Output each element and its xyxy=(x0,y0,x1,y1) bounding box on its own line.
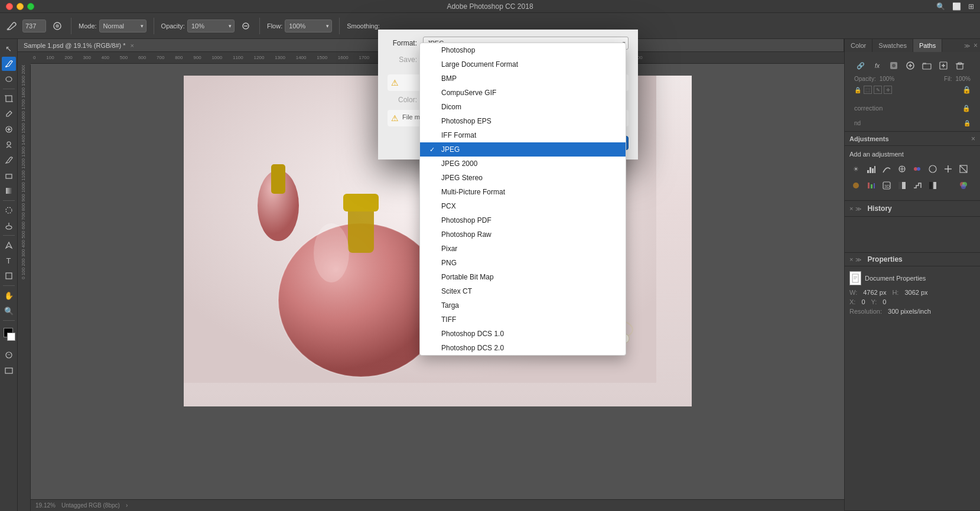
quick-mask-icon[interactable] xyxy=(2,348,16,362)
format-option-gif[interactable]: CompuServe GIF xyxy=(420,86,626,100)
format-option-pbm[interactable]: Portable Bit Map xyxy=(420,270,626,284)
background-color[interactable] xyxy=(7,333,15,341)
brush-size-input[interactable]: 737 xyxy=(22,19,46,32)
window-icon[interactable]: ⬜ xyxy=(952,2,961,11)
screen-mode-icon[interactable] xyxy=(2,363,16,377)
dodge-tool[interactable] xyxy=(2,219,16,233)
format-option-eps[interactable]: Photoshop EPS xyxy=(420,114,626,128)
format-option-raw[interactable]: Photoshop Raw xyxy=(420,227,626,242)
close-button[interactable] xyxy=(6,3,13,10)
format-option-large-doc[interactable]: Large Document Format xyxy=(420,57,626,71)
bw-icon[interactable] xyxy=(957,162,970,175)
format-option-photoshop[interactable]: Photoshop xyxy=(420,43,626,57)
hand-tool[interactable]: ✋ xyxy=(2,288,16,302)
format-option-scitex[interactable]: Scitex CT xyxy=(420,284,626,298)
panel-close-icon[interactable]: × xyxy=(974,41,978,50)
format-option-pixar[interactable]: Pixar xyxy=(420,242,626,256)
invert-icon[interactable] xyxy=(896,179,909,192)
move-tool[interactable]: ↖ xyxy=(2,41,16,56)
panels-icon[interactable]: ⊞ xyxy=(968,2,974,11)
opacity-dropdown[interactable]: 10% xyxy=(187,19,235,32)
lock-all-icon[interactable]: 🔒 xyxy=(962,86,971,94)
blur-tool[interactable] xyxy=(2,203,16,217)
properties-close[interactable]: × xyxy=(849,256,853,263)
save-as-dialog[interactable]: Photoshop Large Document Format BMP Comp… xyxy=(378,30,638,160)
properties-expand-icon[interactable]: ≫ xyxy=(855,256,861,263)
tab-swatches[interactable]: Swatches xyxy=(872,39,913,52)
crop-tool[interactable] xyxy=(2,92,16,106)
stamp-tool[interactable] xyxy=(2,138,16,152)
adjustments-panel-header[interactable]: Adjustments × xyxy=(845,132,980,146)
format-option-pdf[interactable]: Photoshop PDF xyxy=(420,213,626,227)
heal-tool[interactable] xyxy=(2,122,16,136)
ruler-corner xyxy=(18,52,31,65)
channel-mixer-icon[interactable] xyxy=(865,179,878,192)
gradient-map-icon[interactable] xyxy=(942,179,955,192)
brush-tool[interactable] xyxy=(2,57,16,71)
format-option-dcs1[interactable]: Photoshop DCS 1.0 xyxy=(420,327,626,341)
flow-dropdown[interactable]: 100% xyxy=(285,19,332,32)
brush-preset-icon[interactable] xyxy=(51,19,64,32)
tab-paths[interactable]: Paths xyxy=(913,39,942,52)
mode-dropdown[interactable]: Normal xyxy=(99,19,146,32)
format-option-jpeg-stereo[interactable]: JPEG Stereo xyxy=(420,171,626,185)
history-expand-icon[interactable]: ≫ xyxy=(855,206,861,212)
format-option-dcs2[interactable]: Photoshop DCS 2.0 xyxy=(420,341,626,355)
format-option-dicom[interactable]: Dicom xyxy=(420,100,626,114)
panel-controls: ≫ × xyxy=(964,39,980,52)
format-option-targa[interactable]: Targa xyxy=(420,298,626,313)
threshold-icon[interactable] xyxy=(926,179,939,192)
link-icon[interactable]: 🔗 xyxy=(854,59,867,72)
format-option-pcx[interactable]: PCX xyxy=(420,199,626,213)
history-panel-close[interactable]: × xyxy=(849,205,853,212)
color-lookup-icon[interactable]: 3D xyxy=(880,179,893,192)
eraser-tool[interactable] xyxy=(2,168,16,183)
vibrance-icon[interactable] xyxy=(911,162,924,175)
lock-transparent-icon[interactable]: ⬚ xyxy=(864,86,872,94)
lock-position-icon[interactable]: ✛ xyxy=(884,86,892,94)
delete-layer-icon[interactable] xyxy=(953,59,966,72)
selective-color-icon[interactable] xyxy=(957,179,970,192)
history-label: History xyxy=(867,204,891,213)
close-tab-icon[interactable]: × xyxy=(131,42,134,49)
new-layer-icon[interactable] xyxy=(937,59,950,72)
adjustments-close-icon[interactable]: × xyxy=(971,135,975,143)
format-option-bmp[interactable]: BMP xyxy=(420,71,626,86)
shape-tool[interactable] xyxy=(2,269,16,283)
lock-image-icon[interactable]: ✎ xyxy=(874,86,882,94)
format-option-png[interactable]: PNG xyxy=(420,256,626,270)
format-option-jpeg[interactable]: ✓ JPEG xyxy=(420,142,626,157)
tab-color[interactable]: Color xyxy=(845,39,872,52)
curves-icon[interactable] xyxy=(880,162,893,175)
format-option-mpf[interactable]: Multi-Picture Format xyxy=(420,185,626,199)
lasso-tool[interactable] xyxy=(2,72,16,86)
photo-filter-icon[interactable] xyxy=(849,179,862,192)
brush-tool-icon[interactable] xyxy=(5,19,18,32)
opacity-jitter-icon[interactable] xyxy=(239,19,252,32)
mask-icon[interactable] xyxy=(887,59,900,72)
color-balance-icon[interactable] xyxy=(942,162,955,175)
collapse-icon[interactable]: ≫ xyxy=(964,43,970,49)
pen-tool[interactable] xyxy=(2,238,16,252)
format-dropdown[interactable]: Photoshop Large Document Format BMP Comp… xyxy=(419,43,626,356)
adjustment-icon[interactable] xyxy=(904,59,917,72)
maximize-button[interactable] xyxy=(27,3,34,10)
search-icon[interactable]: 🔍 xyxy=(936,2,945,11)
minimize-button[interactable] xyxy=(17,3,24,10)
format-option-jpeg2000[interactable]: JPEG 2000 xyxy=(420,157,626,171)
hsl-icon[interactable] xyxy=(926,162,939,175)
levels-icon[interactable] xyxy=(865,162,878,175)
exposure-icon[interactable] xyxy=(896,162,909,175)
history-brush-tool[interactable] xyxy=(2,153,16,167)
status-arrow[interactable]: › xyxy=(126,502,128,509)
zoom-tool[interactable]: 🔍 xyxy=(2,304,16,318)
fx-icon[interactable]: fx xyxy=(871,59,884,72)
group-icon[interactable] xyxy=(920,59,933,72)
format-option-tiff[interactable]: TIFF xyxy=(420,313,626,327)
gradient-tool[interactable] xyxy=(2,184,16,198)
brightness-contrast-icon[interactable]: ☀ xyxy=(849,162,862,175)
eyedropper-tool[interactable] xyxy=(2,107,16,121)
format-option-iff[interactable]: IFF Format xyxy=(420,128,626,142)
posterize-icon[interactable] xyxy=(911,179,924,192)
text-tool[interactable]: T xyxy=(2,253,16,268)
